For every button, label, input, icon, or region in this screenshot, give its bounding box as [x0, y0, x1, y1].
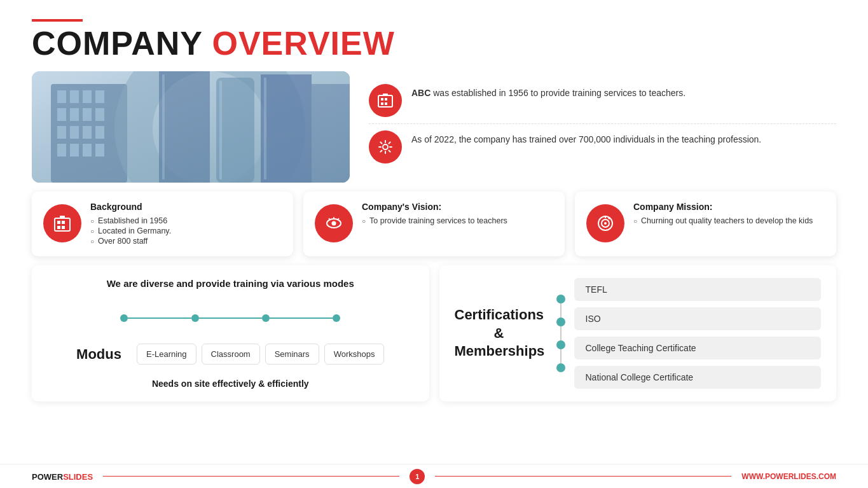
vert-timeline [556, 295, 565, 372]
cert-dot-1 [556, 295, 565, 303]
cert-item-iso: ISO [574, 307, 822, 330]
settings-icon [369, 130, 402, 164]
cert-vline-2 [560, 326, 561, 340]
cert-dot-3 [556, 340, 565, 349]
company-info: ABC was established in 1956 to provide t… [369, 71, 836, 183]
card-title-0: Background [90, 202, 171, 212]
card-item-2-0: Churning out quality teachers to develop… [633, 216, 813, 226]
cert-vline-3 [560, 349, 561, 363]
card-list-1: To provide training services to teachers [362, 216, 507, 226]
cert-title: Certifications & Memberships [455, 306, 544, 361]
svg-rect-5 [95, 90, 104, 103]
svg-rect-27 [381, 98, 383, 101]
svg-rect-6 [57, 108, 66, 121]
svg-rect-10 [57, 126, 66, 139]
card-icon-target [586, 204, 624, 242]
cert-left: Certifications & Memberships [455, 306, 544, 361]
svg-rect-13 [95, 126, 104, 139]
footer-line-right [435, 476, 731, 477]
cert-items-col: TEFL ISO College Teaching Certificate Na… [574, 278, 822, 389]
cards-row: Background Established in 1956 Located i… [32, 192, 836, 256]
building-icon-1 [369, 84, 402, 117]
svg-rect-11 [70, 126, 79, 139]
svg-rect-15 [70, 144, 79, 157]
svg-point-46 [604, 222, 607, 225]
chip-elearning: E-Learning [137, 344, 196, 365]
svg-rect-35 [62, 221, 65, 224]
card-title-1: Company's Vision: [362, 202, 507, 212]
svg-rect-22 [312, 84, 350, 183]
svg-rect-37 [62, 226, 65, 229]
chip-workshops: Workshops [324, 344, 385, 365]
card-content-vision: Company's Vision: To provide training se… [362, 202, 507, 226]
card-title-2: Company Mission: [633, 202, 813, 212]
card-item-0-1: Located in Germany. [90, 226, 171, 236]
svg-rect-3 [70, 90, 79, 103]
bottom-section: We are diverse and provide training via … [32, 265, 836, 401]
svg-rect-9 [95, 108, 104, 121]
timeline-dots [120, 298, 340, 338]
svg-rect-17 [95, 144, 104, 157]
cert-item-college: College Teaching Certificate [574, 337, 822, 359]
header-line [32, 19, 83, 22]
card-list-0: Established in 1956 Located in Germany. … [90, 216, 171, 246]
card-item-1-0: To provide training services to teachers [362, 216, 507, 226]
card-icon-eye [315, 204, 353, 242]
modus-box: We are diverse and provide training via … [32, 265, 429, 401]
svg-rect-24 [219, 81, 222, 179]
footer-url: WWW.POWERLIDES.COM [741, 472, 836, 481]
svg-point-40 [332, 221, 336, 226]
footer-power: POWER [32, 472, 63, 482]
chip-seminars: Seminars [265, 344, 319, 365]
info-row-1: ABC was established in 1956 to provide t… [369, 84, 836, 124]
cert-vline-1 [560, 303, 561, 317]
svg-rect-12 [83, 126, 92, 139]
title-black: COMPANY [32, 25, 202, 62]
mode-chips: E-Learning Classroom Seminars Workshops [137, 344, 384, 365]
footer: POWERSLIDES 1 WWW.POWERLIDES.COM [0, 464, 868, 488]
svg-rect-16 [83, 144, 92, 157]
card-item-0-2: Over 800 staff [90, 236, 171, 246]
footer-line-left [103, 476, 399, 477]
svg-rect-26 [378, 95, 392, 107]
modus-row: Modus E-Learning Classroom Seminars Work… [47, 344, 414, 365]
card-background: Background Established in 1956 Located i… [32, 192, 293, 256]
card-mission: Company Mission: Churning out quality te… [575, 192, 836, 256]
title-area: COMPANY OVERVIEW [32, 27, 836, 60]
card-content-background: Background Established in 1956 Located i… [90, 202, 171, 246]
footer-page-number: 1 [410, 469, 425, 484]
card-content-mission: Company Mission: Churning out quality te… [633, 202, 813, 226]
cert-item-national: National College Certificate [574, 366, 822, 389]
svg-rect-38 [60, 216, 65, 218]
cert-dot-2 [556, 317, 565, 326]
svg-rect-2 [57, 90, 66, 103]
modus-footer: Needs on site effectively & efficiently [152, 379, 309, 389]
cert-box: Certifications & Memberships TEFL ISO Co… [439, 265, 837, 401]
cert-right: TEFL ISO College Teaching Certificate Na… [556, 278, 822, 389]
svg-rect-23 [162, 74, 165, 179]
tl-line-2 [199, 317, 262, 319]
svg-rect-36 [57, 226, 60, 229]
card-vision: Company's Vision: To provide training se… [303, 192, 565, 256]
tl-line-1 [128, 317, 191, 319]
svg-rect-7 [70, 108, 79, 121]
modus-title: We are diverse and provide training via … [107, 278, 354, 289]
main-content: ABC was established in 1956 to provide t… [32, 71, 836, 183]
card-item-0-0: Established in 1956 [90, 216, 171, 226]
card-list-2: Churning out quality teachers to develop… [633, 216, 813, 226]
tl-dot-4 [333, 314, 340, 322]
svg-rect-4 [83, 90, 92, 103]
tl-dot-3 [262, 314, 270, 322]
svg-rect-28 [385, 98, 387, 101]
title-red: OVERVIEW [212, 25, 394, 62]
tl-dot-1 [120, 314, 128, 322]
info-text-2: As of 2022, the company has trained over… [411, 130, 761, 146]
svg-rect-8 [83, 108, 92, 121]
svg-rect-19 [159, 71, 210, 183]
cert-item-tefl: TEFL [574, 278, 822, 301]
slide: COMPANY OVERVIEW [0, 0, 868, 488]
svg-rect-31 [383, 94, 388, 95]
svg-rect-34 [57, 221, 60, 224]
svg-rect-21 [261, 74, 312, 183]
tl-line-3 [270, 317, 333, 319]
